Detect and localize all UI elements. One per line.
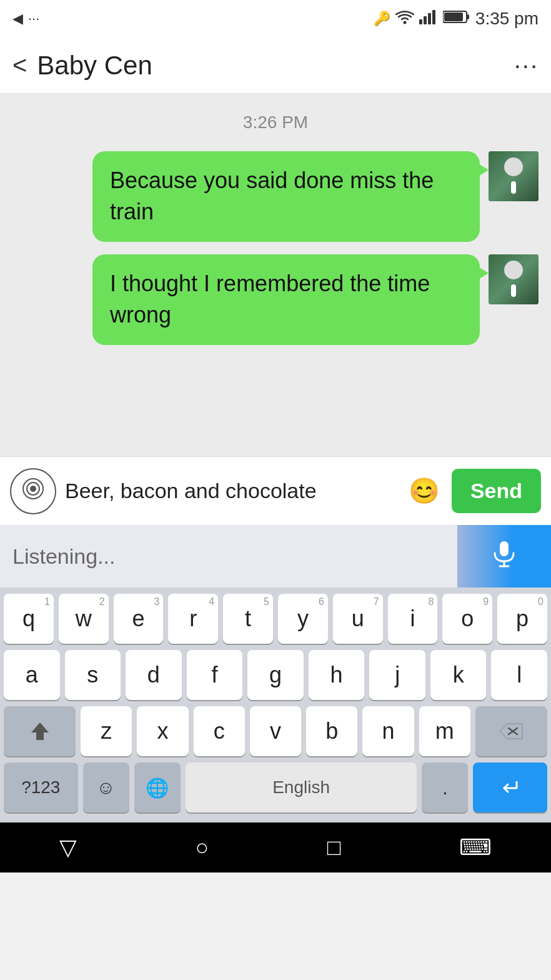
space-key[interactable]: English: [186, 762, 417, 812]
keyboard-row-3: z x c v b n m: [4, 706, 547, 756]
key-x[interactable]: x: [137, 706, 188, 756]
back-nav-button[interactable]: ▽: [59, 834, 77, 861]
svg-rect-7: [467, 14, 469, 19]
key-f[interactable]: f: [187, 650, 243, 700]
key-o[interactable]: 9o: [442, 594, 492, 644]
message-row: I thought I remembered the time wrong: [12, 254, 539, 345]
chat-area: 3:26 PM Because you said done miss the t…: [0, 94, 551, 456]
emoji-button[interactable]: 😊: [405, 472, 443, 510]
key-r[interactable]: 4r: [168, 594, 218, 644]
enter-key[interactable]: [473, 762, 547, 812]
svg-rect-3: [428, 13, 431, 24]
avatar: [489, 254, 539, 304]
key-d[interactable]: d: [126, 650, 182, 700]
home-nav-button[interactable]: ○: [195, 834, 209, 861]
key-z[interactable]: z: [81, 706, 132, 756]
svg-rect-6: [444, 12, 463, 21]
key-q[interactable]: 1q: [4, 594, 54, 644]
key-g[interactable]: g: [247, 650, 304, 700]
key-n[interactable]: n: [362, 706, 414, 756]
key-w[interactable]: 2w: [59, 594, 109, 644]
keyboard-row-1: 1q 2w 3e 4r 5t 6y 7u 8i 9o 0p: [4, 594, 547, 644]
numbers-key[interactable]: ?123: [4, 762, 78, 812]
key-e[interactable]: 3e: [114, 594, 164, 644]
voice-icon: [22, 478, 44, 504]
smiley-icon: ☺: [96, 777, 116, 798]
wifi-icon: [395, 9, 414, 28]
battery-icon: [443, 9, 470, 29]
status-dots: ···: [28, 11, 39, 27]
back-button[interactable]: <: [12, 51, 27, 79]
key-i[interactable]: 8i: [388, 594, 438, 644]
backspace-key[interactable]: [475, 706, 547, 756]
more-options-button[interactable]: ···: [514, 51, 539, 79]
message-text: Because you said done miss the train: [110, 168, 434, 224]
status-bar: ◀ ··· 🔑: [0, 0, 551, 38]
keyboard-row-2: a s d f g h j k l: [4, 650, 547, 700]
shift-key[interactable]: [4, 706, 76, 756]
svg-point-0: [403, 21, 406, 24]
key-v[interactable]: v: [250, 706, 301, 756]
avatar: [489, 151, 539, 201]
avatar-image: [489, 254, 539, 304]
key-p[interactable]: 0p: [497, 594, 547, 644]
period-key[interactable]: .: [422, 762, 468, 812]
send-button[interactable]: Send: [452, 469, 541, 513]
key-t[interactable]: 5t: [223, 594, 273, 644]
emoji-icon: 😊: [409, 476, 440, 506]
message-timestamp: 3:26 PM: [12, 112, 539, 132]
key-icon: 🔑: [374, 11, 390, 27]
keyboard-nav-button[interactable]: ⌨: [459, 834, 492, 861]
key-m[interactable]: m: [419, 706, 470, 756]
status-right: 🔑 3:35 pm: [374, 9, 539, 29]
language-key[interactable]: 🌐: [134, 762, 181, 812]
chat-header: < Baby Cen ···: [0, 38, 551, 94]
chat-title: Baby Cen: [37, 51, 152, 81]
key-h[interactable]: h: [309, 650, 365, 700]
recents-nav-button[interactable]: □: [327, 834, 341, 861]
listening-text: Listening...: [12, 544, 115, 569]
message-input[interactable]: [65, 466, 397, 516]
svg-marker-14: [31, 722, 49, 740]
message-text: I thought I remembered the time wrong: [110, 271, 430, 328]
key-l[interactable]: l: [491, 650, 547, 700]
signal-icon: [419, 9, 438, 28]
svg-rect-1: [419, 19, 422, 24]
globe-icon: 🌐: [146, 777, 169, 799]
key-b[interactable]: b: [306, 706, 357, 756]
message-bubble: Because you said done miss the train: [92, 151, 480, 242]
voice-button[interactable]: [10, 468, 56, 514]
key-u[interactable]: 7u: [333, 594, 383, 644]
time-display: 3:35 pm: [475, 9, 539, 29]
message-bubble: I thought I remembered the time wrong: [92, 254, 480, 345]
key-j[interactable]: j: [369, 650, 425, 700]
input-area: 😊 Send: [0, 456, 551, 525]
svg-point-10: [30, 486, 36, 492]
key-s[interactable]: s: [65, 650, 121, 700]
bottom-nav: ▽ ○ □ ⌨: [0, 822, 551, 872]
svg-rect-11: [500, 541, 509, 556]
send-arrow-icon: ◀: [12, 11, 23, 27]
key-k[interactable]: k: [430, 650, 487, 700]
svg-rect-4: [432, 10, 435, 24]
key-y[interactable]: 6y: [278, 594, 328, 644]
mic-icon: [489, 538, 520, 575]
key-c[interactable]: c: [194, 706, 245, 756]
status-left: ◀ ···: [12, 11, 39, 27]
svg-rect-2: [424, 16, 427, 24]
message-row: Because you said done miss the train: [12, 151, 539, 242]
mic-button[interactable]: [457, 525, 551, 588]
key-a[interactable]: a: [4, 650, 60, 700]
emoji-keyboard-key[interactable]: ☺: [83, 762, 129, 812]
keyboard: 1q 2w 3e 4r 5t 6y 7u 8i 9o 0p a s d f g …: [0, 588, 551, 822]
listening-bar: Listening...: [0, 525, 551, 588]
avatar-image: [489, 151, 539, 201]
keyboard-row-4: ?123 ☺ 🌐 English .: [4, 762, 547, 812]
